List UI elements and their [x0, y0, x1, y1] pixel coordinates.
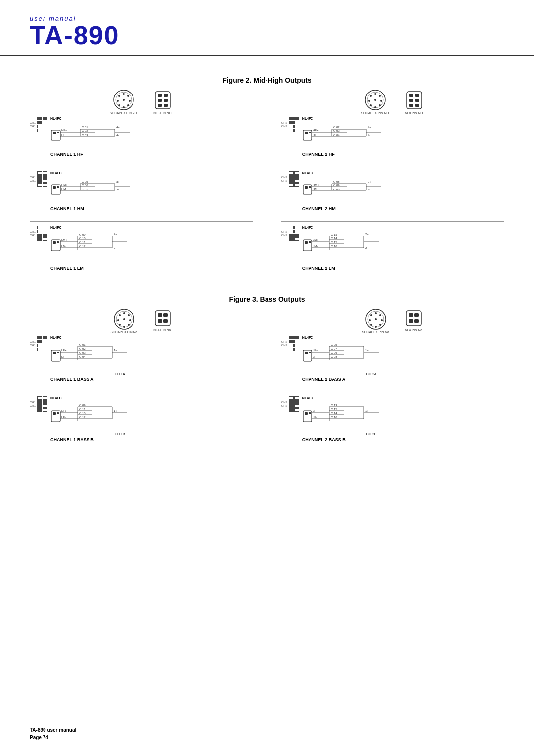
page-footer: TA-890 user manual Page 74	[30, 722, 504, 741]
bass-socapex-icon-right	[362, 308, 390, 331]
bass-nl4-label-left: NL4 PIN No.	[153, 328, 172, 331]
ch2-hf-ch-col: CH2 CH2	[281, 121, 287, 128]
svg-text:C 10: C 10	[79, 237, 86, 240]
bass-connectors-top-left: SOCAPEX PIN No. NL4 PIN No.	[30, 308, 253, 334]
svg-point-169	[119, 314, 121, 316]
ch1-bassb-left-panel: CH1 CH1	[30, 396, 49, 412]
ch2-bassa-ch-col: CH2 CH2	[281, 340, 287, 347]
svg-point-221	[379, 314, 381, 316]
ch1-bassa-wiring: NL4FC LF+ C 01 C 02 C 03	[50, 336, 253, 382]
ch2-hf-left-panel: CH2 CH2	[281, 117, 301, 132]
ch1-hf-boxes	[37, 117, 47, 132]
ch1a-label: CH 1A	[115, 372, 253, 376]
svg-text:2+: 2+	[365, 233, 369, 236]
svg-text:1+: 1+	[365, 409, 369, 412]
ch2-hm-diagram: CH2 CH2	[281, 171, 504, 211]
svg-point-222	[381, 319, 383, 321]
svg-text:C 02: C 02	[82, 129, 88, 132]
socapex-icon-right	[362, 89, 389, 111]
svg-point-2	[123, 93, 125, 95]
svg-text:2+: 2+	[114, 233, 117, 236]
bass-nl4-connector-right: NL4 PIN No.	[404, 308, 423, 334]
ch1-lm-left-panel: CH1 CH1	[30, 226, 49, 241]
svg-text:HF+: HF+	[61, 129, 67, 132]
svg-point-226	[369, 319, 371, 321]
svg-rect-94	[409, 99, 413, 102]
ch2-hm-wiring-svg: HM+ C 08 C 09 C 08 HM-	[302, 176, 396, 203]
svg-text:2-: 2-	[114, 246, 116, 249]
svg-rect-175	[163, 319, 168, 323]
svg-point-82	[374, 93, 376, 95]
svg-text:1+: 1+	[114, 409, 117, 412]
ch1-hm-wiring: NL4FC HM+ C 05 C 06 C 07	[50, 171, 253, 211]
nl8-connector-right: NL8 PIN NO.	[404, 89, 424, 115]
svg-point-6	[123, 106, 125, 108]
ch1-lm-wiring: NL4FC LM+ C 09 C 10	[50, 226, 253, 271]
ch1-hf-caption: CHANNEL 1 HF	[50, 152, 253, 157]
svg-rect-255	[303, 411, 312, 422]
ch2a-label: CH 2A	[366, 372, 504, 376]
svg-text:C 14: C 14	[331, 237, 337, 240]
svg-text:C 07: C 07	[82, 188, 88, 191]
socapex-icon-left	[110, 89, 137, 111]
svg-point-10	[123, 99, 125, 101]
svg-text:C 11: C 11	[79, 408, 86, 411]
ch2-bassa-left-panel: CH2 CH2	[281, 336, 301, 351]
svg-text:LM+: LM+	[313, 238, 319, 241]
ch1-bassb-wiring: NL4FC LF+ C 09 C 11 C 10	[50, 396, 253, 442]
svg-point-84	[380, 100, 382, 102]
product-title: TA-890	[30, 22, 504, 48]
svg-rect-38	[51, 185, 60, 194]
ch1-bassb-boxes	[37, 396, 47, 412]
svg-point-90	[374, 99, 376, 101]
nl8-connector-left: NL8 PIN NO.	[153, 89, 173, 115]
svg-point-87	[370, 104, 372, 106]
ch1-bassa-left-panel: CH1 CH1	[30, 336, 49, 351]
svg-rect-19	[53, 132, 56, 134]
svg-text:LF-: LF-	[313, 416, 317, 419]
svg-point-86	[374, 106, 376, 108]
svg-rect-120	[309, 186, 311, 188]
ch2-bassa-wiring-svg: LF+ C 05 C 07 C 06 C 08 LF-	[302, 340, 396, 373]
nl8-icon-right	[404, 89, 424, 111]
footer-line1: TA-890 user manual	[30, 726, 76, 734]
svg-point-165	[128, 324, 130, 326]
svg-rect-177	[53, 352, 56, 354]
svg-rect-20	[57, 132, 59, 133]
ch1-bassb-diagram: CH1 CH1	[30, 396, 253, 442]
ch2-bassa-diagram: CH2 CH2	[281, 336, 504, 382]
figure3-right: SOCAPEX PIN No. NL4 PIN No.	[281, 308, 504, 452]
svg-text:C 11: C 11	[79, 241, 86, 244]
svg-rect-236	[309, 352, 311, 353]
svg-text:LF+: LF+	[61, 409, 67, 412]
svg-rect-119	[305, 186, 308, 189]
ch2-bassa-wiring: NL4FC LF+ C 05 C 07 C 06	[302, 336, 504, 382]
ch1-hf-ch-col: CH1 CH1	[30, 121, 36, 128]
svg-text:C 16: C 16	[331, 245, 337, 248]
connectors-top-left: SOCAPEX PIN NO. NL8 PIN NO.	[30, 89, 253, 115]
ch1-lm-wiring-svg: LM+ C 09 C 10 C 11 C 12 LM-	[50, 230, 144, 262]
ch2-hm-ch-col: CH2 CH2	[281, 176, 287, 182]
svg-text:2-: 2-	[365, 246, 368, 249]
svg-text:LF-: LF-	[61, 416, 66, 419]
svg-text:HM+: HM+	[313, 183, 319, 186]
svg-point-220	[375, 312, 377, 314]
ch1-bassb-ch-col: CH1 CH1	[30, 401, 36, 407]
svg-point-83	[379, 95, 381, 97]
svg-rect-140	[309, 241, 311, 243]
svg-rect-256	[305, 412, 308, 415]
svg-text:4+: 4+	[116, 126, 120, 129]
svg-rect-58	[51, 240, 60, 251]
ch1-bassa-diagram: CH1 CH1	[30, 336, 253, 382]
page-content: Figure 2. Mid-High Outputs	[0, 56, 534, 472]
svg-rect-234	[303, 350, 312, 361]
ch1-bassb-wiring-svg: LF+ C 09 C 11 C 10 C 12 LF-	[50, 401, 144, 433]
ch2-hm-caption: CHANNEL 2 HM	[302, 206, 504, 211]
ch1-hf-diagram: CH1 CH1	[30, 117, 253, 157]
svg-text:1+: 1+	[114, 349, 117, 352]
svg-rect-230	[409, 313, 413, 317]
svg-rect-232	[409, 319, 413, 323]
svg-text:4+: 4+	[368, 126, 371, 129]
page-header: user manual TA-890	[0, 0, 534, 56]
svg-point-163	[128, 314, 130, 316]
